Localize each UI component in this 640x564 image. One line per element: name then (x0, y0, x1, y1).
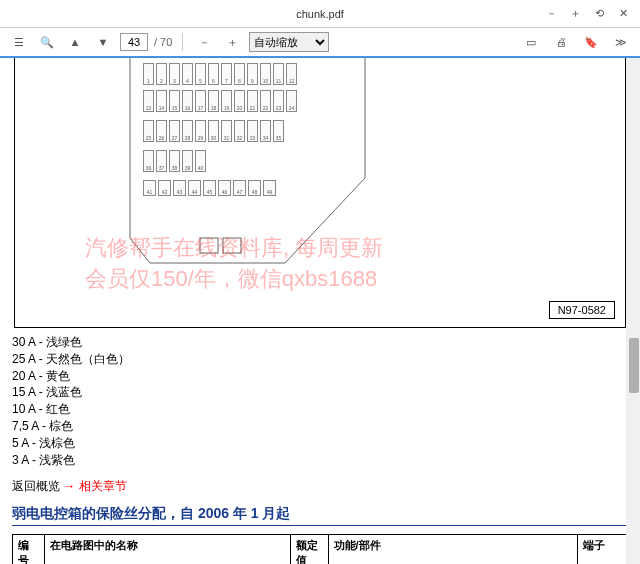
scroll-thumb[interactable] (629, 338, 639, 393)
fuse-slot: 5 (195, 63, 206, 85)
page-content: 1234567891011121314151617181920212223242… (0, 58, 640, 564)
search-icon[interactable]: 🔍 (36, 31, 58, 53)
fuse-slot: 23 (273, 90, 284, 112)
fuse-slot: 37 (156, 150, 167, 172)
fuse-slot: 46 (218, 180, 231, 196)
more-icon[interactable]: ≫ (610, 31, 632, 53)
fuse-slot: 34 (260, 120, 271, 142)
fuse-slot: 3 (169, 63, 180, 85)
page-down-icon[interactable]: ▼ (92, 31, 114, 53)
fuse-slot: 45 (203, 180, 216, 196)
svg-rect-1 (223, 238, 241, 253)
fuse-table: 编号 在电路图中的名称 额定值 功能/部件 端子 F1 保险丝座 C 上的保险丝… (12, 534, 628, 564)
diagram-label: N97-0582 (549, 301, 615, 319)
reset-icon[interactable]: ⟲ (590, 5, 608, 23)
fuse-slot: 13 (143, 90, 154, 112)
legend-item: 25 A - 天然色（白色） (12, 351, 628, 368)
fuse-slot: 24 (286, 90, 297, 112)
fuse-slot: 10 (260, 63, 271, 85)
fuse-slot: 19 (221, 90, 232, 112)
zoom-out-icon[interactable]: － (193, 31, 215, 53)
fuse-slot: 35 (273, 120, 284, 142)
fuse-slot: 21 (247, 90, 258, 112)
fuse-slot: 31 (221, 120, 232, 142)
sidebar-toggle-icon[interactable]: ☰ (8, 31, 30, 53)
svg-rect-0 (200, 238, 218, 253)
zoom-out-alt-icon[interactable]: － (542, 5, 560, 23)
fuse-slot: 22 (260, 90, 271, 112)
fuse-slot: 15 (169, 90, 180, 112)
fuse-slot: 47 (233, 180, 246, 196)
fuse-slot: 7 (221, 63, 232, 85)
fuse-slot: 11 (273, 63, 284, 85)
fuse-slot: 17 (195, 90, 206, 112)
fuse-slot: 16 (182, 90, 193, 112)
fuse-slot: 36 (143, 150, 154, 172)
page-total: / 70 (154, 36, 172, 48)
legend-item: 15 A - 浅蓝色 (12, 384, 628, 401)
fuse-slot: 1 (143, 63, 154, 85)
fuse-slot: 2 (156, 63, 167, 85)
fuse-slot: 18 (208, 90, 219, 112)
legend-item: 10 A - 红色 (12, 401, 628, 418)
fuse-slot: 49 (263, 180, 276, 196)
zoom-in-icon[interactable]: ＋ (221, 31, 243, 53)
fuse-slot: 28 (182, 120, 193, 142)
fuse-slot: 41 (143, 180, 156, 196)
zoom-select[interactable]: 自动缩放 (249, 32, 329, 52)
fuse-slot: 33 (247, 120, 258, 142)
scrollbar[interactable] (626, 58, 640, 564)
fuse-slot: 29 (195, 120, 206, 142)
legend-item: 30 A - 浅绿色 (12, 334, 628, 351)
fuse-slot: 25 (143, 120, 154, 142)
fuse-slot: 12 (286, 63, 297, 85)
fuse-slot: 39 (182, 150, 193, 172)
fuse-slot: 4 (182, 63, 193, 85)
fuse-slot: 9 (247, 63, 258, 85)
fuse-slot: 30 (208, 120, 219, 142)
fuse-slot: 20 (234, 90, 245, 112)
section-title: 弱电电控箱的保险丝分配，自 2006 年 1 月起 (12, 505, 628, 526)
zoom-in-alt-icon[interactable]: ＋ (566, 5, 584, 23)
bookmark-icon[interactable]: 🔖 (580, 31, 602, 53)
page-number-input[interactable] (120, 33, 148, 51)
color-legend: 30 A - 浅绿色25 A - 天然色（白色）20 A - 黄色15 A - … (12, 334, 628, 468)
fuse-slot: 40 (195, 150, 206, 172)
return-link[interactable]: 返回概览 → 相关章节 (12, 478, 628, 495)
fuse-slot: 27 (169, 120, 180, 142)
legend-item: 3 A - 浅紫色 (12, 452, 628, 469)
fuse-slot: 38 (169, 150, 180, 172)
fuse-slot: 32 (234, 120, 245, 142)
fuse-slot: 43 (173, 180, 186, 196)
fuse-slot: 8 (234, 63, 245, 85)
fuse-slot: 42 (158, 180, 171, 196)
fuse-slot: 44 (188, 180, 201, 196)
fuse-diagram: 1234567891011121314151617181920212223242… (14, 58, 626, 328)
legend-item: 7,5 A - 棕色 (12, 418, 628, 435)
presentation-icon[interactable]: ▭ (520, 31, 542, 53)
fuse-slot: 48 (248, 180, 261, 196)
page-up-icon[interactable]: ▲ (64, 31, 86, 53)
legend-item: 20 A - 黄色 (12, 368, 628, 385)
legend-item: 5 A - 浅棕色 (12, 435, 628, 452)
fuse-slot: 26 (156, 120, 167, 142)
document-title: chunk.pdf (296, 8, 344, 20)
fuse-slot: 6 (208, 63, 219, 85)
print-icon[interactable]: 🖨 (550, 31, 572, 53)
fuse-slot: 14 (156, 90, 167, 112)
close-icon[interactable]: ✕ (614, 5, 632, 23)
